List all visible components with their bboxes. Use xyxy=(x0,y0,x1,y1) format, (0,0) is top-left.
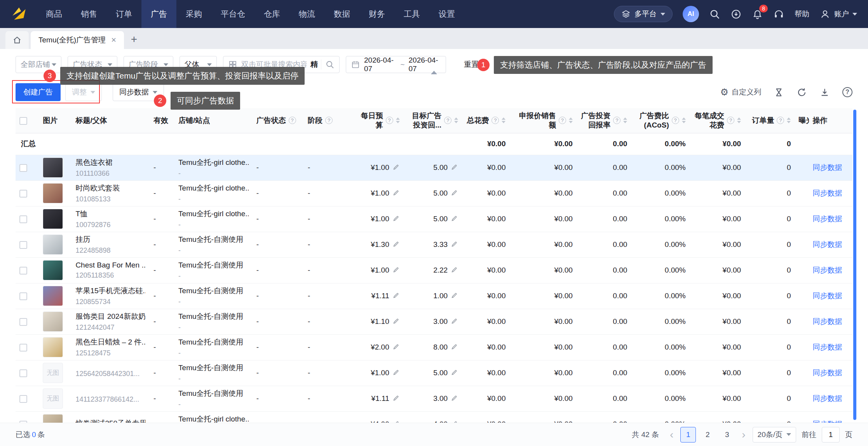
edit-target-roi-icon[interactable] xyxy=(450,189,458,197)
column-sort-icon[interactable] xyxy=(396,117,400,123)
column-sort-icon[interactable] xyxy=(737,117,741,123)
column-help-icon[interactable]: ? xyxy=(325,117,333,124)
page-button-2[interactable]: 2 xyxy=(700,427,715,443)
edit-budget-icon[interactable] xyxy=(392,215,400,222)
row-checkbox[interactable] xyxy=(19,395,27,403)
export-download-icon[interactable] xyxy=(819,87,830,98)
row-checkbox[interactable] xyxy=(19,267,27,275)
multi-platform-selector[interactable]: 多平台 xyxy=(614,6,673,22)
nav-item-5[interactable]: 采购 xyxy=(176,0,211,28)
row-checkbox[interactable] xyxy=(19,215,27,223)
edit-budget-icon[interactable] xyxy=(392,189,400,197)
column-sort-icon[interactable] xyxy=(502,117,505,123)
nav-item-11[interactable]: 工具 xyxy=(394,0,429,28)
vertical-scrollbar[interactable] xyxy=(853,110,856,420)
column-sort-icon[interactable] xyxy=(569,117,573,123)
nav-item-7[interactable]: 仓库 xyxy=(254,0,289,28)
edit-target-roi-icon[interactable] xyxy=(450,317,458,325)
sync-data-link[interactable]: 同步数据 xyxy=(813,240,842,248)
nav-item-2[interactable]: 销售 xyxy=(71,0,106,28)
edit-budget-icon[interactable] xyxy=(392,420,400,423)
column-sort-icon[interactable] xyxy=(682,117,686,123)
column-sort-icon[interactable] xyxy=(454,117,458,123)
edit-target-roi-icon[interactable] xyxy=(450,369,458,376)
refresh-icon[interactable] xyxy=(797,87,807,98)
column-sort-icon[interactable] xyxy=(787,117,791,123)
column-help-icon[interactable]: ? xyxy=(386,117,393,124)
help-question-icon[interactable]: ? xyxy=(842,87,852,97)
column-help-icon[interactable]: ? xyxy=(613,117,620,124)
reset-button[interactable]: 重置 xyxy=(464,59,479,70)
create-ad-button[interactable]: 创建广告 xyxy=(16,83,61,101)
customize-columns-button[interactable]: ⚙ 自定义列 xyxy=(720,87,761,97)
edit-budget-icon[interactable] xyxy=(392,163,400,171)
exact-match-toggle[interactable]: 精 xyxy=(310,59,321,70)
sync-data-link[interactable]: 同步数据 xyxy=(813,215,842,223)
sync-data-link[interactable]: 同步数据 xyxy=(813,317,842,325)
account-menu[interactable]: 账户 xyxy=(819,9,857,20)
edit-target-roi-icon[interactable] xyxy=(450,266,458,274)
nav-item-6[interactable]: 平台仓 xyxy=(211,0,254,28)
column-help-icon[interactable]: ? xyxy=(492,117,499,124)
nav-item-8[interactable]: 物流 xyxy=(289,0,324,28)
column-help-icon[interactable]: ? xyxy=(672,117,679,124)
nav-item-4[interactable]: 广告 xyxy=(141,0,176,28)
page-button-3[interactable]: 3 xyxy=(719,427,735,443)
sync-data-link[interactable]: 同步数据 xyxy=(813,292,842,300)
edit-target-roi-icon[interactable] xyxy=(450,240,458,248)
row-checkbox[interactable] xyxy=(19,190,27,198)
page-size-select[interactable]: 20条/页 xyxy=(753,427,796,443)
sync-data-link[interactable]: 同步数据 xyxy=(813,266,842,274)
row-checkbox[interactable] xyxy=(19,164,27,172)
sync-data-link[interactable]: 同步数据 xyxy=(813,394,842,402)
adjust-button[interactable]: 调整 xyxy=(65,83,102,101)
ai-assistant-button[interactable]: AI xyxy=(683,6,699,22)
nav-item-3[interactable]: 订单 xyxy=(106,0,141,28)
nav-item-12[interactable]: 设置 xyxy=(429,0,464,28)
row-checkbox[interactable] xyxy=(19,318,27,326)
page-button-1[interactable]: 1 xyxy=(680,427,696,443)
collapse-filter-toggle[interactable] xyxy=(429,71,439,76)
edit-budget-icon[interactable] xyxy=(392,317,400,325)
help-link[interactable]: 帮助 xyxy=(795,9,809,19)
prev-page-button[interactable]: ‹ xyxy=(668,429,675,440)
sync-data-link[interactable]: 同步数据 xyxy=(813,189,842,197)
edit-budget-icon[interactable] xyxy=(392,266,400,274)
tab-temu-ad-management[interactable]: Temu(全托)广告管理 × xyxy=(31,31,124,49)
sync-data-link[interactable]: 同步数据 xyxy=(813,343,842,351)
edit-budget-icon[interactable] xyxy=(392,343,400,351)
column-help-icon[interactable]: ? xyxy=(777,117,784,124)
edit-target-roi-icon[interactable] xyxy=(450,163,458,171)
row-checkbox[interactable] xyxy=(19,369,27,377)
headset-support-icon[interactable] xyxy=(773,9,784,20)
notifications-bell-icon[interactable]: 8 xyxy=(752,9,763,20)
column-help-icon[interactable]: ? xyxy=(444,117,451,124)
hourglass-tasks-icon[interactable] xyxy=(774,87,784,98)
close-tab-icon[interactable]: × xyxy=(111,36,116,44)
search-icon[interactable] xyxy=(709,9,720,20)
edit-budget-icon[interactable] xyxy=(392,292,400,299)
goto-page-input[interactable] xyxy=(822,427,840,443)
search-submit-icon[interactable] xyxy=(325,60,335,69)
sync-data-link[interactable]: 同步数据 xyxy=(813,420,842,423)
edit-target-roi-icon[interactable] xyxy=(450,215,458,222)
edit-budget-icon[interactable] xyxy=(392,240,400,248)
download-center-icon[interactable] xyxy=(730,9,742,20)
column-sort-icon[interactable] xyxy=(623,117,627,123)
row-checkbox[interactable] xyxy=(19,344,27,352)
edit-target-roi-icon[interactable] xyxy=(450,343,458,351)
edit-target-roi-icon[interactable] xyxy=(450,394,458,402)
select-all-checkbox[interactable] xyxy=(19,117,27,125)
edit-budget-icon[interactable] xyxy=(392,369,400,376)
sync-data-link[interactable]: 同步数据 xyxy=(813,163,842,171)
column-help-icon[interactable]: ? xyxy=(559,117,566,124)
nav-item-1[interactable]: 商品 xyxy=(37,0,71,28)
nav-item-9[interactable]: 数据 xyxy=(324,0,359,28)
row-checkbox[interactable] xyxy=(19,292,27,300)
nav-item-10[interactable]: 财务 xyxy=(359,0,394,28)
column-help-icon[interactable]: ? xyxy=(727,117,734,124)
add-tab-button[interactable]: + xyxy=(126,31,142,47)
sync-data-link[interactable]: 同步数据 xyxy=(813,369,842,377)
edit-budget-icon[interactable] xyxy=(392,394,400,402)
edit-target-roi-icon[interactable] xyxy=(450,292,458,299)
